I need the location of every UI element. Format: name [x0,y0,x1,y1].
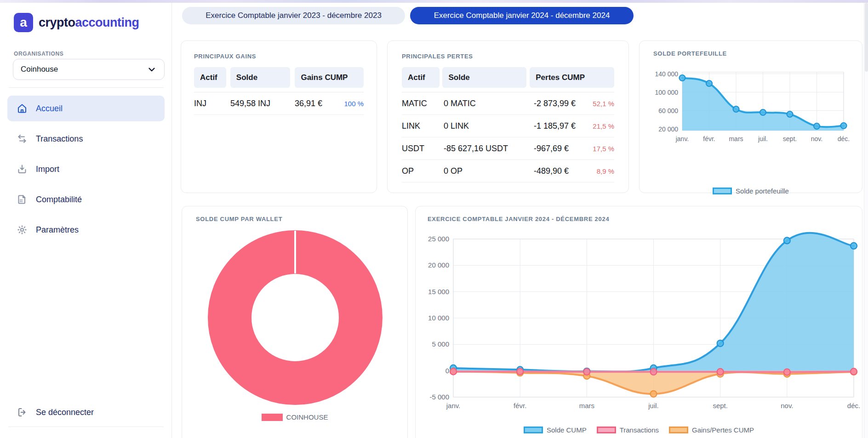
column-header: Gains CUMP [295,67,364,88]
svg-text:févr.: févr. [514,402,526,410]
column-header: Solde [442,67,526,88]
cell-asset: USDT [402,144,444,154]
chevron-down-icon [147,64,157,74]
exercice-chart: -5 00005 00010 00015 00020 00025 000janv… [416,233,863,413]
card-title: EXERCICE COMPTABLE JANVIER 2024 - DÉCEMB… [428,216,609,222]
cell-balance: 0 OP [444,166,534,176]
legend-swatch [669,427,688,433]
svg-text:déc.: déc. [838,135,850,142]
svg-text:janv.: janv. [675,135,689,142]
column-header: Pertes CUMP [530,67,614,88]
logo-text: cryptoaccounting [39,16,139,30]
cell-balance: 0 LINK [444,121,534,131]
cell-asset: INJ [194,99,230,108]
svg-text:nov.: nov. [781,402,793,410]
legend-label: Solde portefeuille [736,187,789,195]
svg-text:25 000: 25 000 [428,235,449,243]
legend-swatch [524,427,543,433]
svg-text:20 000: 20 000 [658,125,678,133]
wallet-legend: COINHOUSE [182,413,407,421]
cell-balance: 549,58 INJ [230,99,295,108]
card-title: PRINCIPALES PERTES [402,53,614,60]
organisation-select[interactable]: Coinhouse [13,59,165,80]
portefeuille-chart: 20 00060 000100 000140 000janv.févr.mars… [640,63,863,146]
sidebar-item-label: Import [36,165,59,174]
legend-item[interactable]: Solde CUMP [524,426,587,434]
exercice-comptable-chart-card: EXERCICE COMPTABLE JANVIER 2024 - DÉCEMB… [415,206,862,438]
pertes-table-body: MATIC0 MATIC-2 873,99 €52,1 %LINK0 LINK-… [402,92,614,182]
transfer-arrows-icon [17,133,28,144]
cell-asset: LINK [402,121,444,131]
portefeuille-legend: Solde portefeuille [640,187,862,195]
svg-text:janv.: janv. [446,402,461,410]
tab-exercice-2023[interactable]: Exercice Comptable janvier 2023 - décemb… [182,7,405,24]
scrollbar[interactable] [864,0,868,438]
solde-portefeuille-card: SOLDE PORTEFEUILLE 20 00060 000100 00014… [639,40,862,193]
svg-text:sept.: sept. [713,402,728,410]
cell-percent: 8,9 % [597,167,614,175]
column-header: Solde [230,67,291,88]
download-icon [17,164,28,175]
sidebar-item-label: Paramètres [36,225,79,235]
legend-label: COINHOUSE [286,413,328,421]
principales-pertes-card: PRINCIPALES PERTES Actif Solde Pertes CU… [387,40,629,193]
svg-text:10 000: 10 000 [428,314,449,322]
legend-item[interactable]: Solde portefeuille [713,187,789,195]
cell-percent: 21,5 % [593,122,614,130]
gear-icon [17,224,28,235]
legend-item[interactable]: Gains/Pertes CUMP [669,426,754,434]
svg-text:mars: mars [579,402,594,410]
sidebar-divider-top [8,87,164,88]
invoice-icon [17,194,28,205]
legend-label: Solde CUMP [547,426,587,434]
svg-text:100 000: 100 000 [655,89,678,96]
card-title: SOLDE PORTEFEUILLE [653,50,727,57]
exercice-legend: Solde CUMPTransactionsGains/Pertes CUMP [416,426,862,434]
sidebar-item-import[interactable]: Import [7,156,165,182]
sidebar-item-label: Transactions [36,134,83,144]
table-row: MATIC0 MATIC-2 873,99 €52,1 % [402,92,614,115]
legend-label: Gains/Pertes CUMP [692,426,754,434]
sidebar-item-comptabilite[interactable]: Comptabilité [7,187,165,212]
table-row: USDT-85 627,16 USDT-967,69 €17,5 % [402,137,614,160]
svg-text:15 000: 15 000 [428,288,449,296]
card-title: SOLDE CUMP PAR WALLET [196,216,282,222]
cell-percent: 52,1 % [593,100,614,108]
scrollbar-thumb[interactable] [865,3,868,72]
svg-text:60 000: 60 000 [658,107,678,114]
svg-text:sept.: sept. [783,135,797,142]
sidebar-item-parametres[interactable]: Paramètres [7,217,165,243]
legend-item[interactable]: COINHOUSE [262,413,328,421]
gains-table-header: Actif Solde Gains CUMP [194,67,364,88]
logout-button[interactable]: Se déconnecter [7,401,165,424]
tab-exercice-2024[interactable]: Exercice Comptable janvier 2024 - décemb… [410,7,634,24]
sidebar-item-accueil[interactable]: Accueil [7,96,165,121]
cell-amount: -2 873,99 € [534,99,593,108]
cell-balance: -85 627,16 USDT [444,144,534,154]
svg-text:0: 0 [445,367,449,375]
svg-text:140 000: 140 000 [655,70,678,78]
svg-text:mars: mars [729,135,743,142]
table-row: OP0 OP-489,90 €8,9 % [402,160,614,182]
column-header: Actif [402,67,440,88]
sidebar-item-transactions[interactable]: Transactions [7,126,165,152]
svg-text:20 000: 20 000 [428,261,449,269]
table-row: INJ549,58 INJ36,91 €100 % [194,92,364,115]
organisations-label: ORGANISATIONS [14,51,63,57]
sidebar: a cryptoaccounting ORGANISATIONS Coinhou… [0,0,172,438]
cell-balance: 0 MATIC [444,99,534,108]
card-title: PRINCIPAUX GAINS [194,53,364,60]
legend-label: Transactions [620,426,659,434]
svg-text:nov.: nov. [811,135,822,142]
organisation-selected-value: Coinhouse [21,65,58,74]
legend-item[interactable]: Transactions [597,426,659,434]
solde-cump-par-wallet-card: SOLDE CUMP PAR WALLET COINHOUSE [182,206,408,438]
legend-swatch [262,414,283,421]
gains-table-body: INJ549,58 INJ36,91 €100 % [194,92,364,115]
svg-text:déc.: déc. [847,402,860,410]
cell-amount: -1 185,97 € [534,121,593,131]
pertes-table-header: Actif Solde Pertes CUMP [402,67,614,88]
cell-percent: 100 % [344,100,364,108]
principaux-gains-card: PRINCIPAUX GAINS Actif Solde Gains CUMP … [181,40,377,193]
home-icon [17,103,28,114]
